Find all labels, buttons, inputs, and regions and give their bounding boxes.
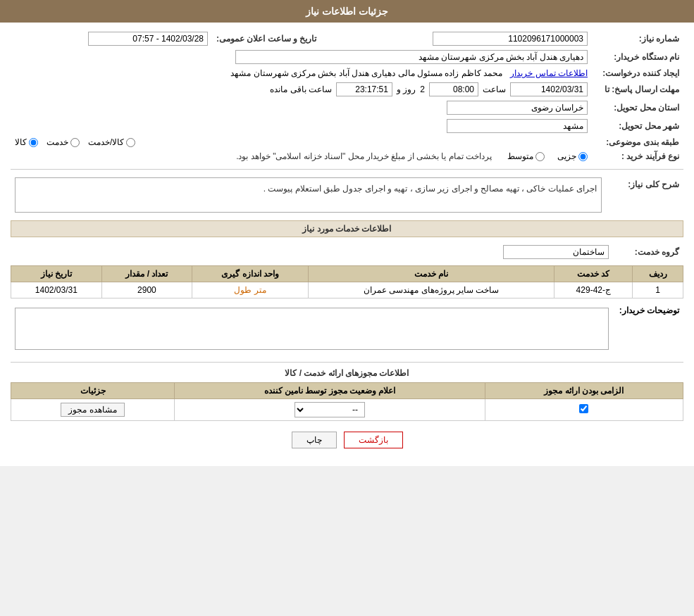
col-count: تعداد / مقدار	[101, 266, 192, 282]
mohlat-ersal-label: مهلت ارسال پاسخ: تا	[592, 80, 683, 99]
noe-motavaset-item[interactable]: متوسط	[507, 151, 545, 161]
tarikh-elan-label: تاریخ و ساعت اعلان عمومی:	[212, 30, 321, 48]
license-row: -- مشاهده مجوز	[11, 399, 683, 421]
noe-motavaset-radio[interactable]	[535, 152, 545, 161]
noe-farayand-inline: جزیی متوسط پرداخت تمام یا بخشی از مبلغ خ…	[15, 151, 588, 161]
nam-dastgah-value: دهیاری هندل آباد بخش مرکزی شهرستان مشهد	[235, 50, 588, 64]
buyer-notes-box	[15, 308, 609, 350]
baghimande-label: ساعت باقی مانده	[270, 84, 332, 94]
col-date: تاریخ نیاز	[11, 266, 102, 282]
ejad-konande-link[interactable]: اطلاعات تماس خریدار	[510, 68, 588, 78]
tabaghe-row: طبقه بندی موضوعی: کالا خدمت	[11, 135, 683, 149]
ejad-konande-label: ایجاد کننده درخواست:	[592, 66, 683, 80]
license-table: الزامی بودن ارائه مجوز اعلام وضعیت مجوز …	[11, 382, 683, 421]
eelam-cell: --	[175, 399, 485, 421]
shahr-label: شهر محل تحویل:	[592, 117, 683, 135]
grohe-table: گروه خدمت: ساختمان	[11, 243, 683, 261]
tabaghe-kala-khadamat-label: کالا/خدمت	[88, 137, 124, 147]
tabaghe-kala-khadamat-item[interactable]: کالا/خدمت	[88, 137, 135, 147]
license-header-row: الزامی بودن ارائه مجوز اعلام وضعیت مجوز …	[11, 383, 683, 399]
view-license-button[interactable]: مشاهده مجوز	[61, 403, 124, 417]
noe-jozi-item[interactable]: جزیی	[557, 151, 588, 161]
noe-farayand-row: نوع فرآیند خرید : جزیی متوسط پرداخت	[11, 149, 683, 163]
cell-date: 1402/03/31	[11, 282, 102, 298]
elzami-checkbox[interactable]	[579, 404, 588, 413]
noe-jozi-radio[interactable]	[578, 152, 588, 161]
page-title: جزئیات اطلاعات نیاز	[306, 6, 388, 17]
tabaghe-kala-khadamat-radio[interactable]	[126, 138, 135, 147]
cell-code: ج-42-429	[554, 282, 633, 298]
nam-dastgah-label: نام دستگاه خریدار:	[592, 48, 683, 66]
col-eelam: اعلام وضعیت مجوز توسط نامین کننده	[175, 383, 485, 399]
nam-dastgah-row: نام دستگاه خریدار: دهیاری هندل آباد بخش …	[11, 48, 683, 66]
rooz-value: 2	[420, 84, 425, 94]
grohe-value: ساختمان	[503, 245, 609, 259]
footer-buttons: بازگشت چاپ	[11, 421, 683, 459]
baghimande-value: 23:17:51	[336, 82, 392, 96]
ostan-row: استان محل تحویل: خراسان رضوی	[11, 99, 683, 117]
saat-label: ساعت	[483, 84, 506, 94]
ostan-value: خراسان رضوی	[447, 101, 588, 115]
shomare-niaz-row: شماره نیاز: 1102096171000003 تاریخ و ساع…	[11, 30, 683, 48]
services-table: ردیف کد خدمت نام خدمت واحد اندازه گیری ت…	[11, 265, 683, 298]
mohlat-ersal-row: مهلت ارسال پاسخ: تا 1402/03/31 ساعت 08:0…	[11, 80, 683, 99]
shomare-niaz-value: 1102096171000003	[433, 32, 588, 46]
ejad-konande-row: ایجاد کننده درخواست: اطلاعات تماس خریدار…	[11, 66, 683, 80]
grohe-label: گروه خدمت:	[613, 243, 683, 261]
grohe-row: گروه خدمت: ساختمان	[11, 243, 683, 261]
eelam-dropdown[interactable]: --	[295, 402, 365, 417]
elzami-cell	[485, 399, 683, 421]
sharh-row: شرح کلی نیاز: اجرای عملیات خاکی ، تهیه م…	[11, 175, 683, 215]
tarikh-value: 1402/03/31	[510, 82, 588, 96]
col-unit: واحد اندازه گیری	[192, 266, 309, 282]
col-name: نام خدمت	[308, 266, 554, 282]
noe-farayand-note: پرداخت تمام یا بخشی از مبلغ خریدار محل "…	[236, 151, 492, 161]
tosih-label: توضیحات خریدار:	[613, 303, 683, 355]
print-button[interactable]: چاپ	[292, 432, 337, 448]
sharh-table: شرح کلی نیاز: اجرای عملیات خاکی ، تهیه م…	[11, 175, 683, 215]
noe-farayand-label: نوع فرآیند خرید :	[592, 149, 683, 163]
services-table-header: ردیف کد خدمت نام خدمت واحد اندازه گیری ت…	[11, 266, 683, 282]
divider-1	[11, 169, 683, 170]
cell-name: ساخت سایر پروژه‌های مهندسی عمران	[308, 282, 554, 298]
page-wrapper: جزئیات اطلاعات نیاز شماره نیاز: 11020961…	[0, 0, 694, 466]
tabaghe-label: طبقه بندی موضوعی:	[592, 135, 683, 149]
services-row: 1 ج-42-429 ساخت سایر پروژه‌های مهندسی عم…	[11, 282, 683, 298]
license-section: اطلاعات مجوزهای ارائه خدمت / کالا الزامی…	[11, 362, 683, 421]
back-button[interactable]: بازگشت	[344, 432, 403, 448]
col-elzami: الزامی بودن ارائه مجوز	[485, 383, 683, 399]
joziat-cell: مشاهده مجوز	[11, 399, 175, 421]
ejad-konande-value: محمد کاظم زاده مسئول مالی دهیاری هندل آب…	[230, 68, 502, 78]
noe-jozi-label: جزیی	[557, 151, 576, 161]
shomare-niaz-label: شماره نیاز:	[592, 30, 683, 48]
tabaghe-khadamat-radio[interactable]	[70, 138, 80, 147]
col-joziat: جزئیات	[11, 383, 175, 399]
shahr-value: مشهد	[447, 119, 588, 133]
tabaghe-kala-radio[interactable]	[29, 138, 38, 147]
tarikh-elan-value: 1402/03/28 - 07:57	[88, 32, 208, 46]
page-header: جزئیات اطلاعات نیاز	[0, 0, 694, 23]
sharh-label: شرح کلی نیاز:	[606, 175, 683, 215]
noe-motavaset-label: متوسط	[507, 151, 533, 161]
khadamat-section-title: اطلاعات خدمات مورد نیاز	[11, 220, 683, 237]
cell-radif: 1	[633, 282, 683, 298]
cell-unit: متر طول	[192, 282, 309, 298]
license-title: اطلاعات مجوزهای ارائه خدمت / کالا	[11, 368, 683, 378]
tabaghe-kala-label: کالا	[15, 137, 27, 147]
tosih-row: توضیحات خریدار:	[11, 303, 683, 355]
tabaghe-khadamat-label: خدمت	[47, 137, 68, 147]
shahr-row: شهر محل تحویل: مشهد	[11, 117, 683, 135]
content-area: شماره نیاز: 1102096171000003 تاریخ و ساع…	[0, 23, 694, 466]
col-code: کد خدمت	[554, 266, 633, 282]
main-info-table: شماره نیاز: 1102096171000003 تاریخ و ساع…	[11, 30, 683, 163]
cell-count: 2900	[101, 282, 192, 298]
saat-value: 08:00	[429, 82, 478, 96]
ostan-label: استان محل تحویل:	[592, 99, 683, 117]
tabaghe-khadamat-item[interactable]: خدمت	[47, 137, 80, 147]
col-radif: ردیف	[633, 266, 683, 282]
tabaghe-kala-item[interactable]: کالا	[15, 137, 38, 147]
mohlat-inline: 1402/03/31 ساعت 08:00 2 روز و 23:17:51 س…	[15, 82, 588, 96]
sharh-value: اجرای عملیات خاکی ، تهیه مصالح و اجرای ز…	[15, 177, 602, 213]
tosih-table: توضیحات خریدار:	[11, 303, 683, 355]
tabaghe-radio-group: کالا خدمت کالا/خدمت	[15, 137, 588, 147]
